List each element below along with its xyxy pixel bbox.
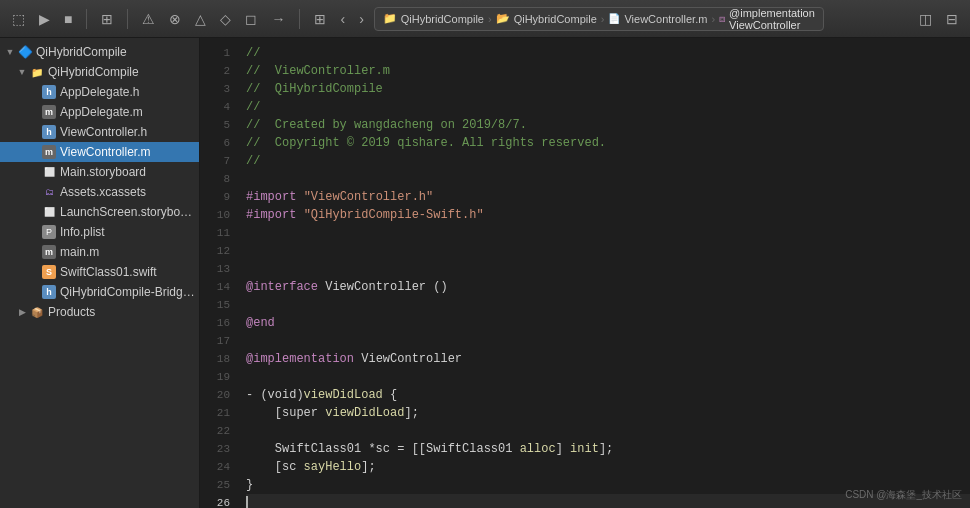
error-icon[interactable]: ⊗ bbox=[165, 9, 185, 29]
disclosure-icon bbox=[28, 286, 40, 298]
token-plain: super bbox=[282, 406, 318, 420]
line-number: 17 bbox=[208, 332, 230, 350]
tree-item-label: SwiftClass01.swift bbox=[60, 265, 157, 279]
scheme-button[interactable]: ⬚ bbox=[8, 9, 29, 29]
line-number: 11 bbox=[208, 224, 230, 242]
editor-toggle[interactable]: ◫ bbox=[915, 9, 936, 29]
breadcrumb-folder[interactable]: QiHybridCompile bbox=[514, 13, 597, 25]
code-line: // bbox=[246, 98, 970, 116]
code-line bbox=[246, 242, 970, 260]
line-number: 13 bbox=[208, 260, 230, 278]
code-content[interactable]: //// ViewController.m// QiHybridCompile/… bbox=[238, 38, 970, 508]
nav-forward[interactable]: › bbox=[355, 9, 368, 29]
tree-item-label: QiHybridCompile bbox=[36, 45, 127, 59]
code-line bbox=[246, 170, 970, 188]
swift-icon: S bbox=[42, 265, 56, 279]
nav-back[interactable]: ‹ bbox=[336, 9, 349, 29]
sidebar-item-Assets.xcassets[interactable]: 🗂Assets.xcassets bbox=[0, 182, 199, 202]
h-icon: h bbox=[42, 125, 56, 139]
token-preprocessor: #import bbox=[246, 190, 296, 204]
tree-item-label: LaunchScreen.storyboard bbox=[60, 205, 195, 219]
token-method: viewDidLoad bbox=[325, 406, 404, 420]
line-number: 19 bbox=[208, 368, 230, 386]
breadcrumb-symbol[interactable]: @implementation ViewController bbox=[729, 7, 815, 31]
main-area: ▼🔷QiHybridCompile▼📁QiHybridCompilehAppDe… bbox=[0, 38, 970, 508]
token-preprocessor: #import bbox=[246, 208, 296, 222]
sidebar-item-bridging[interactable]: hQiHybridCompile-Bridging-Header.h bbox=[0, 282, 199, 302]
disclosure-icon bbox=[28, 146, 40, 158]
clean-icon[interactable]: ◻ bbox=[241, 9, 261, 29]
line-number: 21 bbox=[208, 404, 230, 422]
sidebar-item-root[interactable]: ▼🔷QiHybridCompile bbox=[0, 42, 199, 62]
run-button[interactable]: ▶ bbox=[35, 9, 54, 29]
code-line: @interface ViewController () bbox=[246, 278, 970, 296]
code-line: #import "QiHybridCompile-Swift.h" bbox=[246, 206, 970, 224]
code-body[interactable]: 1234567891011121314151617181920212223242… bbox=[200, 38, 970, 508]
sidebar-item-AppDelegate.m[interactable]: mAppDelegate.m bbox=[0, 102, 199, 122]
arrow-right-icon[interactable]: → bbox=[267, 9, 289, 29]
sidebar-item-ViewController.h[interactable]: hViewController.h bbox=[0, 122, 199, 142]
navigator-toggle[interactable]: ⊞ bbox=[97, 9, 117, 29]
line-number: 9 bbox=[208, 188, 230, 206]
disclosure-icon bbox=[28, 266, 40, 278]
line-number: 16 bbox=[208, 314, 230, 332]
editor-area: 1234567891011121314151617181920212223242… bbox=[200, 38, 970, 508]
token-comment: // bbox=[246, 46, 260, 60]
disclosure-icon bbox=[28, 206, 40, 218]
token-at: @interface bbox=[246, 280, 318, 294]
storyboard-icon: ⬜ bbox=[42, 165, 56, 179]
plist-icon: P bbox=[42, 225, 56, 239]
line-number: 4 bbox=[208, 98, 230, 116]
line-number: 26 bbox=[208, 494, 230, 508]
analyze-icon[interactable]: △ bbox=[191, 9, 210, 29]
warning-icon[interactable]: ⚠ bbox=[138, 9, 159, 29]
code-line bbox=[246, 368, 970, 386]
token-plain bbox=[296, 208, 303, 222]
sidebar-item-Main.storyboard[interactable]: ⬜Main.storyboard bbox=[0, 162, 199, 182]
token-comment: // Created by wangdacheng on 2019/8/7. bbox=[246, 118, 527, 132]
token-plain: { bbox=[383, 388, 397, 402]
text-cursor bbox=[246, 496, 248, 508]
disclosure-icon bbox=[28, 186, 40, 198]
code-line: } bbox=[246, 476, 970, 494]
sidebar-item-LaunchScreen.storyboard[interactable]: ⬜LaunchScreen.storyboard bbox=[0, 202, 199, 222]
token-plain: ViewController bbox=[354, 352, 462, 366]
code-line bbox=[246, 332, 970, 350]
panel-toggle[interactable]: ⊟ bbox=[942, 9, 962, 29]
line-number: 14 bbox=[208, 278, 230, 296]
breadcrumb-file[interactable]: ViewController.m bbox=[624, 13, 707, 25]
breadcrumb-project[interactable]: QiHybridCompile bbox=[401, 13, 484, 25]
sidebar-item-Products[interactable]: ▶📦Products bbox=[0, 302, 199, 322]
code-line: // bbox=[246, 44, 970, 62]
token-plain bbox=[296, 190, 303, 204]
disclosure-icon bbox=[28, 226, 40, 238]
line-number: 1 bbox=[208, 44, 230, 62]
line-number: 10 bbox=[208, 206, 230, 224]
line-number: 6 bbox=[208, 134, 230, 152]
tree-item-label: Products bbox=[48, 305, 95, 319]
sidebar-item-main.m[interactable]: mmain.m bbox=[0, 242, 199, 262]
token-plain: ]; bbox=[404, 406, 418, 420]
token-method: alloc bbox=[520, 442, 556, 456]
disclosure-icon: ▼ bbox=[4, 46, 16, 58]
sidebar-item-ViewController.m[interactable]: mViewController.m bbox=[0, 142, 199, 162]
breadcrumb-sep-3: › bbox=[711, 13, 715, 25]
token-string: "QiHybridCompile-Swift.h" bbox=[304, 208, 484, 222]
sidebar: ▼🔷QiHybridCompile▼📁QiHybridCompilehAppDe… bbox=[0, 38, 200, 508]
token-comment: // Copyright © 2019 qishare. All rights … bbox=[246, 136, 606, 150]
sidebar-item-group1[interactable]: ▼📁QiHybridCompile bbox=[0, 62, 199, 82]
project-icon: 🔷 bbox=[18, 45, 32, 59]
storyboard-icon: ⬜ bbox=[42, 205, 56, 219]
toolbar-sep-2 bbox=[127, 9, 128, 29]
stop-button[interactable]: ■ bbox=[60, 9, 76, 29]
breadcrumb-sep-1: › bbox=[488, 13, 492, 25]
sidebar-item-AppDelegate.h[interactable]: hAppDelegate.h bbox=[0, 82, 199, 102]
profile-icon[interactable]: ◇ bbox=[216, 9, 235, 29]
token-comment: // ViewController.m bbox=[246, 64, 390, 78]
code-line: // Copyright © 2019 qishare. All rights … bbox=[246, 134, 970, 152]
token-plain: [sc bbox=[246, 460, 304, 474]
sidebar-item-Info.plist[interactable]: PInfo.plist bbox=[0, 222, 199, 242]
line-number: 23 bbox=[208, 440, 230, 458]
grid-icon[interactable]: ⊞ bbox=[310, 9, 330, 29]
sidebar-item-SwiftClass01.swift[interactable]: SSwiftClass01.swift bbox=[0, 262, 199, 282]
